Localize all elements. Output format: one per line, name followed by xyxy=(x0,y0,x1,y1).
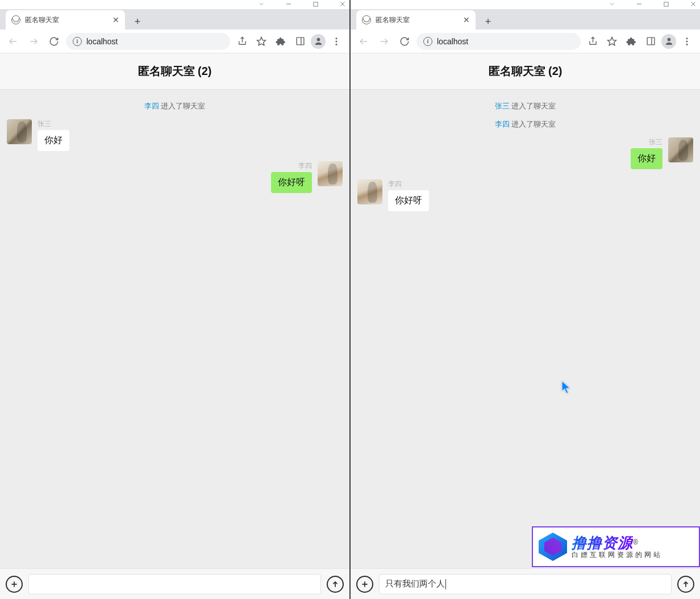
page-content: 匿名聊天室 (2)李四 进入了聊天室张三你好李四你好呀 xyxy=(0,53,349,599)
new-tab-button[interactable]: + xyxy=(480,14,496,30)
system-text: 进入了聊天室 xyxy=(511,102,556,110)
message-bubble: 你好 xyxy=(631,148,663,169)
svg-marker-7 xyxy=(257,37,266,45)
browser-tab[interactable]: 匿名聊天室✕ xyxy=(356,10,476,30)
site-info-icon[interactable]: i xyxy=(423,37,432,46)
dropdown-button[interactable] xyxy=(609,0,615,10)
svg-point-13 xyxy=(336,43,338,45)
share-button[interactable] xyxy=(234,33,251,50)
minimize-button[interactable] xyxy=(285,0,292,10)
close-button[interactable] xyxy=(690,0,697,10)
chat-header: 匿名聊天室 (2) xyxy=(351,53,700,90)
watermark-badge: 撸撸资源® 白嫖互联网资源的网站 xyxy=(532,526,700,567)
input-value: 只有我们两个人 xyxy=(385,579,445,589)
message-bubble: 你好呀 xyxy=(388,190,429,211)
tab-strip: 匿名聊天室✕+ xyxy=(0,9,349,30)
svg-rect-25 xyxy=(647,37,655,45)
tab-title: 匿名聊天室 xyxy=(25,15,108,25)
dropdown-button[interactable] xyxy=(258,0,265,10)
chat-message: 李四你好呀 xyxy=(7,161,343,193)
forward-button[interactable] xyxy=(25,33,42,50)
system-text: 进入了聊天室 xyxy=(161,102,205,110)
browser-window-1: 匿名聊天室✕+ilocalhost匿名聊天室 (2)张三 进入了聊天室李四 进入… xyxy=(351,0,700,599)
bookmark-button[interactable] xyxy=(603,33,620,50)
attach-button[interactable] xyxy=(356,576,373,593)
message-list[interactable]: 张三 进入了聊天室李四 进入了聊天室张三你好李四你好呀 xyxy=(351,90,700,568)
avatar[interactable] xyxy=(668,137,693,162)
input-bar: 只有我们两个人 xyxy=(351,568,700,599)
maximize-button[interactable] xyxy=(312,0,319,10)
globe-icon xyxy=(362,15,371,24)
side-panel-button[interactable] xyxy=(291,33,309,50)
tab-close-button[interactable]: ✕ xyxy=(113,15,119,24)
extensions-button[interactable] xyxy=(272,33,289,50)
browser-toolbar: ilocalhost xyxy=(351,30,700,53)
message-input[interactable]: 只有我们两个人 xyxy=(379,574,672,594)
watermark-logo-icon xyxy=(539,533,567,561)
avatar[interactable] xyxy=(318,161,343,186)
site-info-icon[interactable]: i xyxy=(73,37,82,46)
window-titlebar xyxy=(0,0,349,9)
url-text: localhost xyxy=(86,37,118,46)
menu-button[interactable] xyxy=(678,33,695,50)
svg-rect-1 xyxy=(314,2,318,6)
svg-point-27 xyxy=(667,38,670,41)
watermark-title: 撸撸资源 xyxy=(572,534,633,551)
avatar[interactable] xyxy=(7,119,32,144)
share-button[interactable] xyxy=(584,33,601,50)
menu-button[interactable] xyxy=(328,33,345,50)
svg-point-10 xyxy=(316,38,320,41)
maximize-button[interactable] xyxy=(663,0,669,10)
new-tab-button[interactable]: + xyxy=(130,14,145,30)
system-message: 李四 进入了聊天室 xyxy=(7,101,343,111)
globe-icon xyxy=(11,15,20,24)
back-button[interactable] xyxy=(5,33,22,50)
svg-point-12 xyxy=(336,40,338,42)
chat-message: 李四你好呀 xyxy=(357,179,693,211)
forward-button[interactable] xyxy=(376,33,393,50)
registered-icon: ® xyxy=(633,538,638,546)
profile-button[interactable] xyxy=(661,34,676,49)
close-button[interactable] xyxy=(339,0,346,10)
address-bar[interactable]: ilocalhost xyxy=(416,33,581,50)
address-bar[interactable]: ilocalhost xyxy=(66,33,230,50)
tab-title: 匿名聊天室 xyxy=(376,15,459,25)
send-button[interactable] xyxy=(327,576,344,593)
message-input[interactable] xyxy=(28,574,321,594)
back-button[interactable] xyxy=(355,33,372,50)
profile-button[interactable] xyxy=(311,34,326,49)
send-button[interactable] xyxy=(677,576,694,593)
svg-point-29 xyxy=(686,40,688,42)
reload-button[interactable] xyxy=(396,33,413,50)
system-message: 张三 进入了聊天室 xyxy=(357,101,693,111)
message-bubble: 你好 xyxy=(38,130,69,151)
side-panel-button[interactable] xyxy=(642,33,659,50)
minimize-button[interactable] xyxy=(636,0,643,10)
input-bar xyxy=(0,568,349,599)
sender-name: 李四 xyxy=(388,179,402,189)
browser-tab[interactable]: 匿名聊天室✕ xyxy=(6,10,125,30)
chat-header: 匿名聊天室 (2) xyxy=(0,53,349,90)
system-user-name: 李四 xyxy=(495,120,510,128)
avatar[interactable] xyxy=(357,179,382,204)
window-titlebar xyxy=(351,0,700,9)
attach-button[interactable] xyxy=(6,576,23,593)
tab-strip: 匿名聊天室✕+ xyxy=(351,9,700,30)
tab-close-button[interactable]: ✕ xyxy=(463,15,470,24)
text-caret xyxy=(445,579,446,589)
reload-button[interactable] xyxy=(45,33,63,50)
url-text: localhost xyxy=(437,37,468,46)
message-list[interactable]: 李四 进入了聊天室张三你好李四你好呀 xyxy=(0,90,349,568)
chat-message: 张三你好 xyxy=(7,119,343,151)
system-message: 李四 进入了聊天室 xyxy=(357,119,693,129)
svg-point-30 xyxy=(686,43,688,45)
browser-toolbar: ilocalhost xyxy=(0,30,349,53)
svg-point-28 xyxy=(686,37,688,39)
bookmark-button[interactable] xyxy=(253,33,270,50)
system-text: 进入了聊天室 xyxy=(511,120,556,128)
system-user-name: 张三 xyxy=(495,102,510,110)
sender-name: 张三 xyxy=(38,119,51,129)
extensions-button[interactable] xyxy=(623,33,640,50)
watermark-subtitle: 白嫖互联网资源的网站 xyxy=(572,551,663,559)
page-content: 匿名聊天室 (2)张三 进入了聊天室李四 进入了聊天室张三你好李四你好呀只有我们… xyxy=(351,53,700,599)
